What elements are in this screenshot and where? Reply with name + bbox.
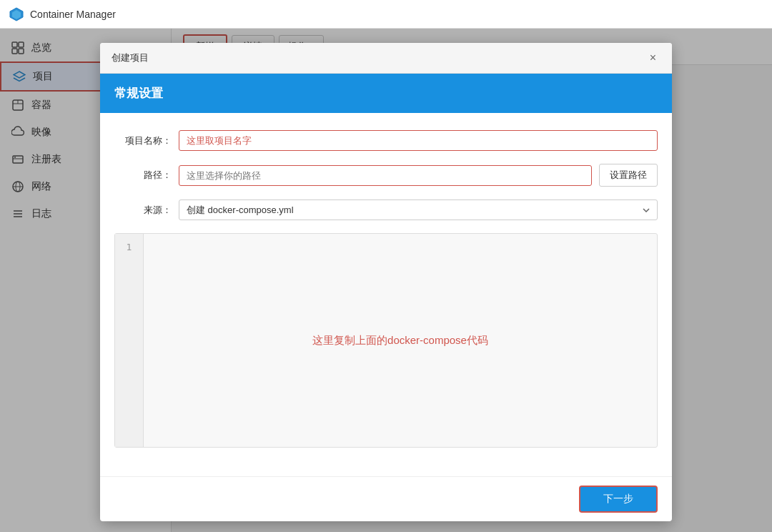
source-label: 来源： [114, 204, 172, 217]
next-button[interactable]: 下一步 [579, 486, 658, 513]
path-row: 路径： 设置路径 [114, 164, 658, 187]
project-name-row: 项目名称： [114, 130, 658, 151]
dialog-title-bar: 创建项目 × [100, 43, 672, 74]
code-editor[interactable]: 1 这里复制上面的docker-compose代码 [114, 233, 658, 448]
dialog-title: 创建项目 [112, 51, 149, 64]
code-placeholder: 这里复制上面的docker-compose代码 [312, 334, 488, 348]
dialog-header: 常规设置 [100, 74, 672, 113]
line-numbers: 1 [115, 234, 144, 447]
line-number-1: 1 [115, 240, 143, 255]
dialog-close-button[interactable]: × [645, 50, 660, 66]
app-title: Container Manager [30, 9, 116, 20]
project-name-input[interactable] [179, 130, 658, 151]
source-row: 来源： 创建 docker-compose.yml 从 URL 下载 上传文件 [114, 200, 658, 220]
code-content: 这里复制上面的docker-compose代码 [144, 234, 657, 447]
dialog-header-title: 常规设置 [114, 87, 163, 100]
title-bar: Container Manager [0, 0, 772, 29]
source-select[interactable]: 创建 docker-compose.yml 从 URL 下载 上传文件 [179, 200, 658, 220]
path-input[interactable] [179, 165, 592, 186]
dialog-footer: 下一步 [100, 476, 672, 521]
create-project-dialog: 创建项目 × 常规设置 项目名称： 路径： 设置路径 来源： [100, 43, 672, 521]
app-logo-icon [9, 6, 24, 22]
path-label: 路径： [114, 169, 172, 182]
project-name-label: 项目名称： [114, 134, 172, 147]
dialog-body: 项目名称： 路径： 设置路径 来源： 创建 docker-compose.yml… [100, 113, 672, 476]
modal-overlay: 创建项目 × 常规设置 项目名称： 路径： 设置路径 来源： [0, 29, 772, 532]
set-path-button[interactable]: 设置路径 [599, 164, 658, 187]
